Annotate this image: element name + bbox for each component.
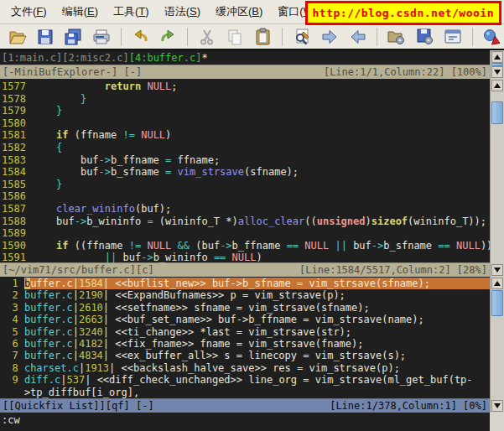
minibuf-pane: [1:main.c][2:misc2.c][4:buffer.c]* [-Min… bbox=[0, 50, 504, 79]
code-window-pane: 1577 return NULL;1578 }1579 }15801581 if… bbox=[0, 79, 504, 277]
find-replace-button[interactable] bbox=[289, 25, 314, 48]
save-icon bbox=[35, 27, 55, 47]
code-line: 1585 } bbox=[2, 179, 490, 191]
toolbar-separator bbox=[377, 28, 377, 46]
arrow-down-icon bbox=[494, 70, 501, 75]
open-folder-button[interactable] bbox=[5, 25, 29, 48]
menu-item-tools[interactable]: 工具(T) bbox=[106, 1, 157, 23]
session-load-icon bbox=[387, 27, 407, 47]
command-line[interactable]: :cw bbox=[0, 413, 490, 431]
help-button[interactable] bbox=[480, 25, 504, 48]
find-next-button[interactable] bbox=[318, 25, 342, 48]
redo-icon bbox=[158, 27, 179, 47]
run-script-icon bbox=[443, 27, 463, 47]
quickfix-line[interactable]: 4 buffer.c|2663| <<buf_set_name>> buf->b… bbox=[0, 314, 490, 325]
code-line: 1578 } bbox=[2, 93, 490, 106]
code-line: 1586 bbox=[2, 190, 490, 203]
minibuf-statusline-right: [Line:1/1,Column:22] [100%] bbox=[324, 65, 487, 79]
scroll-up-button[interactable] bbox=[491, 80, 503, 91]
scrollbar-gutter-filler bbox=[490, 413, 504, 431]
scroll-down-button[interactable] bbox=[491, 66, 503, 78]
quickfix-statusline[interactable]: [[Quickfix List]][qf] [-] [Line:1/378,Co… bbox=[0, 398, 490, 413]
scroll-up-button[interactable] bbox=[491, 51, 503, 63]
menu-item-file[interactable]: 文件(F) bbox=[3, 1, 55, 23]
quickfix-scrollbar[interactable] bbox=[490, 277, 504, 413]
paste-icon bbox=[253, 27, 273, 47]
code-line: 1577 return NULL; bbox=[2, 80, 490, 93]
toolbar bbox=[0, 24, 504, 50]
minibuf-scrollbar[interactable] bbox=[490, 50, 504, 79]
menu-bar: 文件(F)编辑(E)工具(T)语法(S)缓冲区(B)窗口(W)C/C+ http… bbox=[0, 0, 504, 24]
quickfix-line[interactable]: 6 buffer.c|4182| <<fix_fname>> fname = v… bbox=[0, 338, 490, 350]
code-line: 1582 { bbox=[2, 142, 490, 154]
help-icon bbox=[481, 27, 501, 47]
quickfix-line[interactable]: 8 charset.c|1913| <<backslash_halve_save… bbox=[0, 362, 490, 374]
arrow-up-icon bbox=[494, 55, 501, 60]
code-statusline-left: [~/vim71/src/buffer.c][c] bbox=[3, 263, 154, 277]
minibuf-entry[interactable]: [1:main.c] bbox=[2, 52, 62, 64]
scroll-up-button[interactable] bbox=[491, 278, 503, 289]
menu-item-buffers[interactable]: 缓冲区(B) bbox=[208, 1, 270, 23]
quickfix-line[interactable]: 3 buffer.c|2610| <<setfname>> sfname = v… bbox=[0, 302, 490, 314]
scrollbar-thumb[interactable] bbox=[491, 101, 503, 124]
code-statusline[interactable]: [~/vim71/src/buffer.c][c] [Line:1584/551… bbox=[0, 262, 490, 277]
code-line: 1579 } bbox=[2, 105, 490, 117]
save-all-icon bbox=[63, 27, 83, 47]
run-script-button[interactable] bbox=[440, 25, 465, 48]
url-annotation-text: http://blog.csdn.net/wooin bbox=[313, 7, 495, 19]
find-prev-icon bbox=[348, 27, 368, 47]
gvim-window: 文件(F)编辑(E)工具(T)语法(S)缓冲区(B)窗口(W)C/C+ http… bbox=[0, 0, 504, 431]
undo-icon bbox=[130, 27, 150, 47]
paste-button[interactable] bbox=[251, 25, 275, 48]
minibuf-buffer-list[interactable]: [1:main.c][2:misc2.c][4:buffer.c]* bbox=[0, 50, 490, 65]
toolbar-separator bbox=[282, 28, 283, 46]
quickfix-statusline-right: [Line:1/378,Column:1] [0%] bbox=[330, 399, 487, 413]
quickfix-line-selected[interactable]: 1 buffer.c|1584| <<buflist_new>> buf->b_… bbox=[0, 278, 490, 289]
quickfix-line[interactable]: 5 buffer.c|3240| <<ti_change>> *last = v… bbox=[0, 326, 490, 338]
menu-item-syntax[interactable]: 语法(S) bbox=[157, 1, 208, 23]
arrow-down-icon bbox=[494, 403, 501, 408]
quickfix-line[interactable]: 2 buffer.c|2190| <<ExpandBufnames>> p = … bbox=[0, 289, 490, 301]
code-text-area[interactable]: 1577 return NULL;1578 }1579 }15801581 if… bbox=[0, 79, 490, 262]
session-save-button[interactable] bbox=[413, 25, 437, 48]
code-statusline-right: [Line:1584/5517,Column:2] [28%] bbox=[299, 263, 487, 277]
minibuf-statusline[interactable]: [-MiniBufExplorer-] [-] [Line:1/1,Column… bbox=[0, 65, 490, 79]
print-button[interactable] bbox=[89, 25, 113, 48]
undo-button[interactable] bbox=[127, 25, 152, 48]
minibuf-statusline-left: [-MiniBufExplorer-] [-] bbox=[3, 65, 142, 79]
code-scrollbar[interactable] bbox=[490, 79, 504, 277]
minibuf-entry[interactable]: * bbox=[201, 52, 207, 64]
arrow-down-icon bbox=[494, 267, 501, 273]
toolbar-separator bbox=[187, 28, 188, 46]
menu-item-edit[interactable]: 编辑(E) bbox=[55, 1, 106, 23]
redo-button[interactable] bbox=[156, 25, 180, 48]
arrow-up-icon bbox=[494, 281, 501, 286]
code-line: 1590 if ((ffname != NULL && (buf->b_ffna… bbox=[2, 240, 490, 252]
code-line: 1589 bbox=[2, 227, 490, 240]
scroll-down-button[interactable] bbox=[491, 400, 503, 412]
quickfix-statusline-left: [[Quickfix List]][qf] [-] bbox=[3, 399, 154, 413]
cut-icon bbox=[197, 27, 217, 47]
scrollbar-thumb[interactable] bbox=[491, 290, 503, 316]
code-line: 1583 buf->b_ffname = ffname; bbox=[2, 154, 490, 167]
save-all-button[interactable] bbox=[61, 25, 86, 48]
find-replace-icon bbox=[292, 27, 312, 47]
quickfix-line[interactable]: 9 diff.c|537| <<diff_check_unchanged>> l… bbox=[0, 374, 490, 386]
minibuf-entry[interactable]: [2:misc2.c] bbox=[62, 52, 128, 64]
code-line: 1580 bbox=[2, 117, 490, 130]
open-folder-icon bbox=[8, 27, 28, 47]
copy-button bbox=[223, 25, 247, 48]
code-line: 1581 if (ffname != NULL) bbox=[2, 129, 490, 142]
quickfix-list[interactable]: 1 buffer.c|1584| <<buflist_new>> buf->b_… bbox=[0, 277, 490, 398]
scroll-down-button[interactable] bbox=[491, 264, 503, 276]
session-save-icon bbox=[415, 27, 435, 47]
session-load-button[interactable] bbox=[384, 25, 408, 48]
quickfix-pane: 1 buffer.c|1584| <<buflist_new>> buf->b_… bbox=[0, 277, 504, 413]
quickfix-line[interactable]: >tp_diffbuf[i_org], bbox=[0, 387, 490, 398]
toolbar-separator bbox=[472, 28, 473, 46]
find-prev-button[interactable] bbox=[346, 25, 370, 48]
quickfix-line[interactable]: 7 buffer.c|4834| <<ex_buffer_all>> s = l… bbox=[0, 350, 490, 361]
minibuf-entry[interactable]: [4:buffer.c] bbox=[129, 52, 202, 64]
cut-button bbox=[195, 25, 219, 48]
save-button[interactable] bbox=[33, 25, 57, 48]
